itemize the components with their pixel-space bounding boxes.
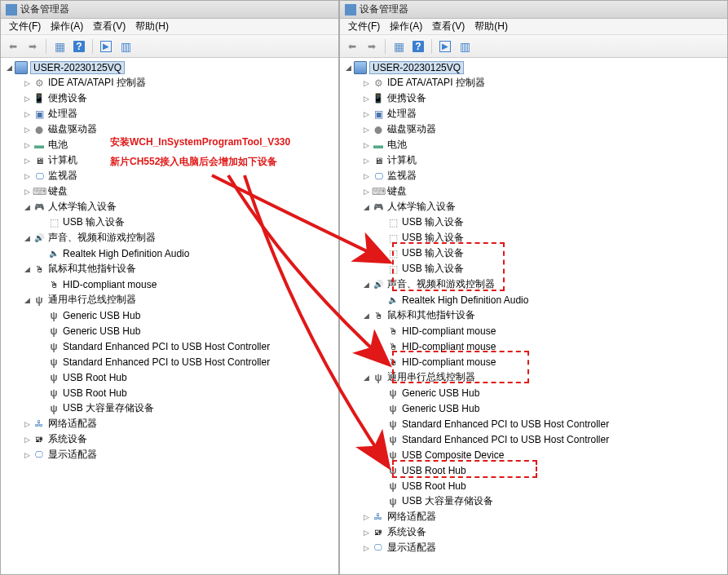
device-tree[interactable]: USER-20230125VQIDE ATA/ATAPI 控制器便携设备处理器磁… [1,58,338,574]
menu-file[interactable]: 文件(F) [4,18,46,35]
tree-node[interactable]: USB Root Hub [1,369,338,385]
expander-icon[interactable] [22,79,32,87]
expander-icon[interactable] [361,374,371,382]
tree-node[interactable]: 声音、视频和游戏控制器 [1,230,338,245]
tree-node[interactable]: 系统设备 [1,431,338,447]
expander-icon[interactable] [22,157,32,165]
tree-node[interactable]: USB Root Hub [1,385,338,400]
expander-icon[interactable] [361,172,371,180]
device-tree[interactable]: USER-20230125VQIDE ATA/ATAPI 控制器便携设备处理器磁… [340,58,727,574]
tree-node[interactable]: Generic USB Hub [340,385,727,400]
expander-icon[interactable] [361,95,371,103]
expander-icon[interactable] [22,188,32,196]
tree-node[interactable]: 计算机 [1,153,338,168]
tree-node[interactable]: USB Root Hub [340,478,727,493]
expander-icon[interactable] [361,141,371,149]
back-button[interactable] [4,38,22,55]
tree-node[interactable]: 鼠标和其他指针设备 [1,261,338,276]
help-button[interactable] [409,38,427,55]
tree-node[interactable]: USB 输入设备 [1,215,338,230]
titlebar[interactable]: 设备管理器 [340,1,727,19]
tree-node[interactable]: 显示适配器 [340,540,727,555]
expander-icon[interactable] [361,157,371,165]
menu-help[interactable]: 帮助(H) [470,18,513,35]
menu-view[interactable]: 查看(V) [427,18,470,35]
tree-node[interactable]: USB Root Hub [340,462,727,478]
expander-icon[interactable] [22,296,32,304]
expander-icon[interactable] [22,95,32,103]
tree-node[interactable]: Realtek High Definition Audio [1,245,338,261]
tree-node[interactable]: 键盘 [1,184,338,199]
tree-node[interactable]: Standard Enhanced PCI to USB Host Contro… [1,338,338,354]
tree-node[interactable]: HID-compliant mouse [340,323,727,338]
tree-node[interactable]: Generic USB Hub [1,307,338,323]
tree-node[interactable]: USB Composite Device [340,447,727,462]
help-button[interactable] [70,38,88,55]
tree-node[interactable]: USB 大容量存储设备 [1,400,338,416]
tree-root[interactable]: USER-20230125VQ [340,60,727,75]
tree-node[interactable]: 处理器 [1,106,338,122]
tree-node[interactable]: 声音、视频和游戏控制器 [340,276,727,292]
tree-node[interactable]: 处理器 [340,106,727,122]
tree-node[interactable]: IDE ATA/ATAPI 控制器 [1,75,338,91]
expander-icon[interactable] [22,265,32,273]
scan-button[interactable] [456,38,474,55]
tree-node[interactable]: USB 输入设备 [340,230,727,245]
tree-node[interactable]: 便携设备 [340,91,727,106]
expander-icon[interactable] [22,172,32,180]
update-button[interactable] [436,38,454,55]
tree-node[interactable]: Standard Enhanced PCI to USB Host Contro… [1,354,338,369]
properties-button[interactable] [51,38,68,55]
expander-icon[interactable] [22,203,32,211]
tree-node[interactable]: HID-compliant mouse [1,276,338,292]
expander-icon[interactable] [361,79,371,87]
expander-icon[interactable] [361,203,371,211]
tree-node[interactable]: 通用串行总线控制器 [340,369,727,385]
tree-node[interactable]: 键盘 [340,184,727,199]
tree-node[interactable]: USB 输入设备 [340,245,727,261]
expander-icon[interactable] [361,312,371,320]
expander-icon[interactable] [22,126,32,134]
tree-node[interactable]: IDE ATA/ATAPI 控制器 [340,75,727,91]
tree-node[interactable]: 系统设备 [340,524,727,540]
expander-icon[interactable] [22,436,32,444]
tree-node[interactable]: 电池 [1,137,338,153]
expander-icon[interactable] [361,188,371,196]
tree-node[interactable]: Standard Enhanced PCI to USB Host Contro… [340,416,727,431]
tree-node[interactable]: USB 大容量存储设备 [340,493,727,509]
tree-node[interactable]: 监视器 [1,168,338,184]
expander-icon[interactable] [22,234,32,242]
tree-node[interactable]: 磁盘驱动器 [340,122,727,137]
tree-node[interactable]: 磁盘驱动器 [1,122,338,137]
menu-action[interactable]: 操作(A) [385,18,427,35]
tree-node[interactable]: Standard Enhanced PCI to USB Host Contro… [340,431,727,447]
expander-icon[interactable] [361,110,371,118]
tree-node[interactable]: 计算机 [340,153,727,168]
expander-icon[interactable] [361,126,371,134]
tree-node[interactable]: 人体学输入设备 [1,199,338,215]
expander-icon[interactable] [361,513,371,521]
back-button[interactable] [343,38,361,55]
tree-node[interactable]: 便携设备 [1,91,338,106]
scan-button[interactable] [117,38,135,55]
tree-node[interactable]: USB 输入设备 [340,261,727,276]
menu-help[interactable]: 帮助(H) [130,18,174,35]
tree-node[interactable]: 电池 [340,137,727,153]
expander-icon[interactable] [22,420,32,428]
expander-icon[interactable] [22,141,32,149]
tree-node[interactable]: 监视器 [340,168,727,184]
forward-button[interactable] [363,38,381,55]
tree-node[interactable]: 人体学输入设备 [340,199,727,215]
menu-action[interactable]: 操作(A) [46,18,88,35]
tree-node[interactable]: HID-compliant mouse [340,354,727,369]
tree-node[interactable]: 显示适配器 [1,447,338,462]
tree-node[interactable]: 鼠标和其他指针设备 [340,307,727,323]
menu-file[interactable]: 文件(F) [343,18,385,35]
expander-icon[interactable] [361,529,371,537]
expander-icon[interactable] [22,451,32,459]
tree-node[interactable]: HID-compliant mouse [340,338,727,354]
properties-button[interactable] [390,38,408,55]
tree-node[interactable]: 通用串行总线控制器 [1,292,338,307]
expander-icon[interactable] [343,64,353,72]
titlebar[interactable]: 设备管理器 [1,1,338,19]
